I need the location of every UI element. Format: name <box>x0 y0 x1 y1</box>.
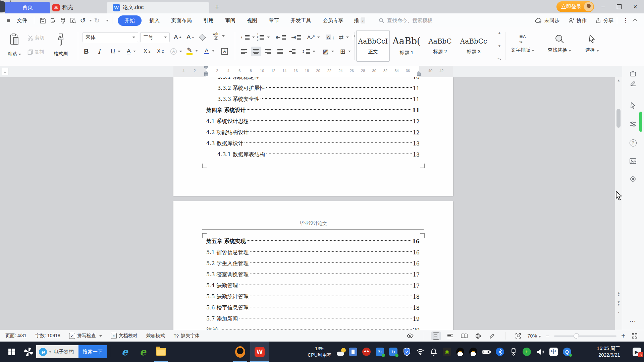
toc-entry[interactable]: 结 论20 <box>206 324 420 330</box>
styles-up-icon[interactable]: ▲ <box>498 31 501 35</box>
shield-blue-icon[interactable] <box>402 348 411 356</box>
taskbar-ie-button[interactable]: e <box>116 342 133 362</box>
pinwheel-app-button[interactable] <box>21 342 36 362</box>
taskbar-explorer-button[interactable] <box>152 342 170 362</box>
select-tool-icon[interactable] <box>628 101 638 110</box>
sidebar-more-icon[interactable]: ⋯ <box>628 316 638 326</box>
ime-icon[interactable]: 中 <box>549 348 558 356</box>
toc-entry[interactable]: 4.1 系统设计思想12 <box>206 116 420 127</box>
image-tool-icon[interactable] <box>628 156 638 166</box>
pinyin-guide-icon[interactable]: wén文 <box>213 31 225 41</box>
toc-entry[interactable]: 第四章 系统设计11 <box>206 105 420 116</box>
menu-tab-章节[interactable]: 章节 <box>263 13 285 27</box>
toc-entry[interactable]: 3.3.3 系统安全性11 <box>206 94 420 105</box>
ink-edit-icon[interactable] <box>488 331 497 340</box>
undo-icon[interactable]: ↺ <box>78 16 88 25</box>
notification-center-button[interactable]: ▶8 <box>630 342 643 362</box>
menu-tab-开始[interactable]: 开始 <box>118 15 142 26</box>
read-mode-button[interactable] <box>460 331 469 340</box>
select-button[interactable]: 选择 <box>581 32 603 53</box>
maximize-button[interactable] <box>612 0 627 13</box>
toc-entry[interactable]: 3.3.2 系统可扩展性11 <box>206 83 420 94</box>
shading-button[interactable]: ▨ <box>323 46 334 56</box>
menu-tab-审阅[interactable]: 审阅 <box>219 13 241 27</box>
usb-drive-icon[interactable] <box>349 348 357 356</box>
cut-button[interactable]: 剪切 <box>28 33 44 43</box>
tab-selector-icon[interactable]: ∟ <box>2 68 8 75</box>
sidebar-highlight-pill[interactable] <box>639 112 642 132</box>
menu-tab-会员专享[interactable]: 会员专享 <box>317 13 349 27</box>
tab-home[interactable]: 首页 <box>5 2 50 13</box>
toc-entry[interactable]: 5.4 缺勤管理17 <box>206 280 420 291</box>
scroll-up-icon[interactable]: ▲ <box>615 78 622 82</box>
style-标题 3[interactable]: AaBbCc标题 3 <box>457 30 490 62</box>
menu-tab-开发工具[interactable]: 开发工具 <box>285 13 317 27</box>
collapse-ribbon-icon[interactable] <box>631 16 641 25</box>
toc-entry[interactable]: 第五章 系统实现16 <box>206 236 420 247</box>
character-scale-icon[interactable]: A⤢ <box>307 32 320 42</box>
cat-tray-icon[interactable] <box>362 348 371 356</box>
web-layout-button[interactable] <box>474 331 483 340</box>
menu-tab-页面布局[interactable]: 页面布局 <box>165 13 198 27</box>
q-browser-icon[interactable]: Q <box>563 348 571 356</box>
redo-icon[interactable]: ↻ <box>92 16 102 25</box>
new-tab-button[interactable]: + <box>213 3 221 11</box>
menu-tab-引用[interactable]: 引用 <box>198 13 219 27</box>
paste-button[interactable]: 粘贴 <box>4 31 25 57</box>
start-button[interactable] <box>4 342 19 362</box>
next-page-icon[interactable]: ▼▼ <box>615 301 622 306</box>
style-正文[interactable]: AaBbCcI正文 <box>356 30 390 62</box>
horizontal-ruler[interactable]: ∟ 42246810121416182022242628303234364042 <box>0 66 644 77</box>
page-view-button[interactable] <box>431 331 441 340</box>
bluetooth-icon[interactable] <box>496 348 504 356</box>
word-count[interactable]: 字数: 10918 <box>35 333 60 339</box>
close-button[interactable]: × <box>628 0 643 13</box>
menu-tab-视图[interactable]: 视图 <box>241 13 263 27</box>
text-direction-icon[interactable]: ⇄ <box>339 32 349 42</box>
quick-access-dropdown-icon[interactable] <box>106 20 109 21</box>
toc-entry[interactable]: 4.3.1 数据库表结构13 <box>206 149 420 160</box>
toc-entry[interactable]: 3.3.1 系统稳定性10 <box>206 77 420 83</box>
menu-overflow-icon[interactable]: › <box>361 17 366 23</box>
document-page-2[interactable]: 毕业设计论文 第五章 系统实现165.1 宿舍信息管理165.2 学生入住管理1… <box>173 201 453 330</box>
toc-entry[interactable]: 5.6 楼宇信息管理18 <box>206 302 420 313</box>
export-icon[interactable] <box>48 16 58 25</box>
increase-font-icon[interactable]: A+ <box>174 32 181 42</box>
qq-2-icon[interactable] <box>469 348 477 356</box>
align-right-button[interactable] <box>263 47 273 56</box>
adjust-slider-icon[interactable] <box>628 119 638 129</box>
borders-button[interactable]: ⊞ <box>340 46 351 56</box>
sync-1-icon[interactable]: ↻ <box>376 348 384 356</box>
bullet-list-button[interactable]: ⋮ <box>239 32 255 42</box>
select-browse-object-icon[interactable]: ▪ <box>615 311 622 314</box>
more-menu-icon[interactable]: ⋮ <box>621 16 631 25</box>
wifi-icon[interactable] <box>416 348 424 356</box>
align-center-button[interactable] <box>251 47 261 56</box>
shield-green-icon[interactable]: + <box>523 348 531 356</box>
save-icon[interactable] <box>38 16 48 25</box>
subscript-button[interactable]: X2 <box>157 46 164 56</box>
outline-view-button[interactable] <box>445 331 455 340</box>
zoom-in-button[interactable]: + <box>621 332 625 340</box>
menu-tab-插入[interactable]: 插入 <box>144 13 165 27</box>
stamp-tool-icon[interactable] <box>628 174 638 184</box>
line-spacing-button[interactable]: ↕ <box>302 46 315 56</box>
minimize-button[interactable]: – <box>596 0 610 13</box>
taskbar-clock[interactable]: 16:05 周三2022/9/21 <box>590 342 627 362</box>
missing-font-button[interactable]: T?缺失字体 <box>174 333 200 339</box>
align-left-button[interactable] <box>239 47 249 56</box>
proofread-button[interactable]: ×文档校对 <box>111 333 138 339</box>
eye-protect-icon[interactable] <box>406 331 415 340</box>
text-layout-button[interactable]: ≣A▪≡ 文字排版 <box>508 32 537 53</box>
taskbar-wps-button[interactable]: W <box>250 342 269 362</box>
decrease-indent-icon[interactable]: ⇤ <box>276 32 286 42</box>
spell-check-toggle[interactable]: ✓拼写检查 <box>69 333 102 339</box>
fit-page-icon[interactable] <box>514 331 523 340</box>
undo-dropdown-icon[interactable] <box>89 20 92 21</box>
scrollbar-thumb[interactable] <box>616 109 621 128</box>
find-replace-button[interactable]: 查找替换 <box>543 32 576 53</box>
cpu-widget[interactable]: 13%CPU利用率 <box>304 342 336 362</box>
bold-button[interactable]: B <box>84 46 89 56</box>
bell-icon[interactable] <box>429 348 438 356</box>
sort-icon[interactable]: A↓ <box>326 32 335 42</box>
